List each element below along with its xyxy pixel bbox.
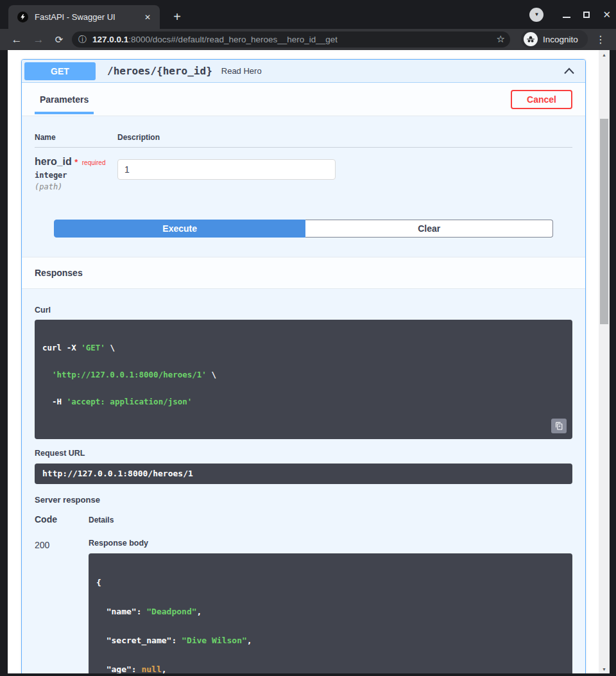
request-url-value: http://127.0.0.1:8000/heroes/1	[35, 464, 572, 484]
url-host: 127.0.0.1	[92, 35, 128, 44]
reload-icon[interactable]: ⟳	[50, 29, 68, 50]
clear-button[interactable]: Clear	[305, 220, 553, 238]
tab-search-button[interactable]: ▼	[529, 8, 543, 22]
response-body-json: { "name": "Deadpond", "secret_name": "Di…	[89, 553, 572, 673]
parameters-section-header: Parameters Cancel	[22, 83, 585, 116]
opblock-get-heroes: GET /heroes/{hero_id} Read Hero Paramete…	[21, 59, 586, 673]
tab-strip: FastAPI - Swagger UI ✕ + ▼ ✕	[0, 0, 616, 29]
fastapi-favicon-icon	[17, 12, 28, 22]
tab-title: FastAPI - Swagger UI	[35, 12, 142, 22]
scroll-up-icon[interactable]: ▲	[599, 50, 610, 59]
cancel-button[interactable]: Cancel	[511, 90, 572, 109]
tab-parameters-label: Parameters	[40, 94, 89, 105]
responses-section-header: Responses	[22, 257, 585, 289]
browser-tab[interactable]: FastAPI - Swagger UI ✕	[8, 5, 160, 29]
curl-label: Curl	[35, 306, 572, 315]
parameter-name: hero_id	[35, 156, 72, 167]
page-scrollbar[interactable]: ▲ ▼	[599, 50, 610, 673]
status-code: 200	[35, 539, 89, 673]
tab-parameters[interactable]: Parameters	[35, 83, 94, 114]
responses-title: Responses	[35, 268, 83, 278]
minimize-button[interactable]	[563, 17, 570, 18]
parameter-type: integer	[35, 171, 117, 180]
scroll-down-icon[interactable]: ▼	[599, 664, 610, 673]
server-response-table-header: Code Details	[35, 514, 572, 524]
collapse-chevron-icon[interactable]	[563, 65, 575, 77]
page-viewport: GET /heroes/{hero_id} Read Hero Paramete…	[8, 50, 610, 673]
incognito-badge: Incognito	[521, 30, 588, 48]
incognito-icon	[524, 32, 538, 46]
required-asterisk: *	[74, 157, 78, 167]
incognito-label: Incognito	[543, 35, 578, 44]
code-line: "name": "Deadpond",	[96, 607, 565, 616]
endpoint-path: /heroes/{hero_id}	[107, 65, 212, 77]
code-column-header: Code	[35, 514, 89, 524]
maximize-button[interactable]	[583, 12, 590, 18]
new-tab-button[interactable]: +	[169, 9, 185, 24]
spacer	[35, 238, 572, 257]
code-line: curl -X 'GET' \	[42, 343, 565, 352]
browser-window: FastAPI - Swagger UI ✕ + ▼ ✕ ← → ⟳ ⓘ 127…	[0, 0, 616, 676]
code-line: "age": null,	[96, 664, 565, 673]
parameters-table-header: Name Description	[35, 133, 572, 148]
parameter-value-cell	[117, 156, 336, 191]
url-bar[interactable]: ⓘ 127.0.0.1 :8000/docs#/default/read_her…	[72, 31, 510, 48]
site-info-icon[interactable]: ⓘ	[78, 34, 87, 46]
browser-menu-icon[interactable]: ⋮	[593, 29, 608, 50]
curl-command: curl -X 'GET' \ 'http://127.0.0.1:8000/h…	[35, 320, 572, 439]
url-path: :8000/docs#/default/read_hero_heroes__he…	[128, 35, 338, 44]
endpoint-summary: Read Hero	[221, 66, 262, 76]
parameters-table: Name Description hero_id * required inte…	[22, 116, 585, 257]
responses-body: Curl curl -X 'GET' \ 'http://127.0.0.1:8…	[22, 289, 585, 673]
window-controls: ▼ ✕	[529, 0, 611, 29]
code-line: {	[96, 578, 565, 587]
server-response-row: 200 Response body { "name": "Deadpond", …	[35, 539, 572, 673]
code-line: "secret_name": "Dive Wilson",	[96, 636, 565, 645]
code-line: -H 'accept: application/json'	[42, 397, 565, 406]
details-column-header: Details	[89, 514, 114, 524]
close-window-button[interactable]: ✕	[603, 9, 611, 21]
opblock-summary[interactable]: GET /heroes/{hero_id} Read Hero	[22, 60, 585, 83]
execute-button[interactable]: Execute	[54, 220, 305, 238]
code-line: 'http://127.0.0.1:8000/heroes/1' \	[42, 370, 565, 379]
back-icon[interactable]: ←	[8, 29, 26, 50]
server-response-label: Server response	[35, 495, 572, 505]
column-name-header: Name	[35, 133, 117, 142]
execute-row: Execute Clear	[54, 220, 553, 238]
method-badge: GET	[24, 62, 96, 80]
parameter-location: (path)	[35, 182, 117, 191]
tab-close-icon[interactable]: ✕	[142, 12, 153, 23]
parameter-row: hero_id * required integer (path)	[35, 148, 572, 191]
forward-icon[interactable]: →	[30, 29, 47, 50]
response-details: Response body { "name": "Deadpond", "sec…	[89, 539, 572, 673]
scrollbar-thumb[interactable]	[600, 119, 608, 324]
copy-to-clipboard-icon[interactable]	[551, 419, 567, 433]
browser-toolbar: ← → ⟳ ⓘ 127.0.0.1 :8000/docs#/default/re…	[0, 29, 616, 50]
bookmark-star-icon[interactable]: ☆	[497, 33, 505, 45]
swagger-page: GET /heroes/{hero_id} Read Hero Paramete…	[8, 50, 599, 673]
hero-id-input[interactable]	[117, 159, 336, 180]
parameter-meta: hero_id * required integer (path)	[35, 156, 117, 191]
request-url-label: Request URL	[35, 449, 572, 458]
required-label: required	[82, 159, 106, 166]
column-description-header: Description	[117, 133, 160, 142]
response-body-label: Response body	[89, 539, 572, 548]
